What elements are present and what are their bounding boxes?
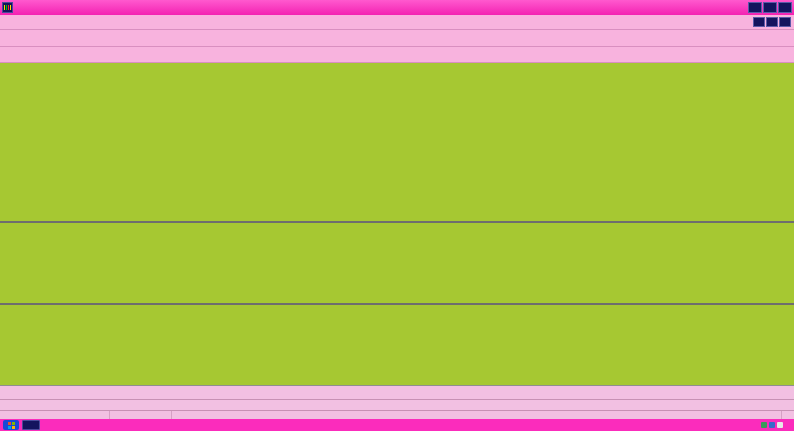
windows-logo-icon xyxy=(8,422,15,429)
indicator2-canvas[interactable] xyxy=(0,305,794,385)
system-tray xyxy=(761,422,791,428)
mt4-window xyxy=(0,0,794,431)
status-connection xyxy=(782,411,794,419)
child-close-button[interactable] xyxy=(779,17,791,27)
status-help-text xyxy=(0,411,110,419)
taskbar-app-button[interactable] xyxy=(22,420,40,430)
child-restore-button[interactable] xyxy=(766,17,778,27)
main-chart-pane xyxy=(0,63,794,221)
status-ohlc-readout xyxy=(172,411,782,419)
app-icon xyxy=(2,2,13,13)
indicator2-pane xyxy=(0,305,794,385)
minimize-button[interactable] xyxy=(748,2,762,13)
chart-tabs-bar xyxy=(0,399,794,410)
toolbar-standard xyxy=(0,30,794,47)
close-button[interactable] xyxy=(778,2,792,13)
toolbar-line-studies-timeframes xyxy=(0,47,794,63)
tray-icon[interactable] xyxy=(777,422,783,428)
title-bar xyxy=(0,0,794,15)
indicator1-canvas[interactable] xyxy=(0,223,794,303)
maximize-button[interactable] xyxy=(763,2,777,13)
time-axis[interactable] xyxy=(0,385,794,399)
chart-workspace xyxy=(0,63,794,399)
tray-icon[interactable] xyxy=(769,422,775,428)
status-bar xyxy=(0,410,794,419)
start-button[interactable] xyxy=(3,420,19,430)
indicator1-pane xyxy=(0,223,794,303)
menu-bar xyxy=(0,15,794,30)
main-chart-canvas[interactable] xyxy=(0,63,794,221)
child-minimize-button[interactable] xyxy=(753,17,765,27)
status-profile[interactable] xyxy=(110,411,172,419)
child-window-controls xyxy=(752,17,791,27)
tray-icon[interactable] xyxy=(761,422,767,428)
windows-taskbar xyxy=(0,419,794,431)
